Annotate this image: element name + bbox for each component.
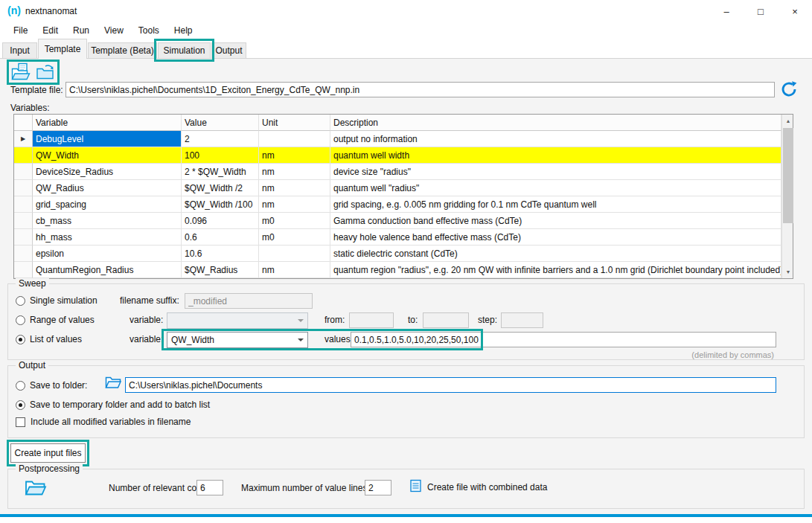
- cell-unit[interactable]: m0: [259, 229, 330, 246]
- save-to-folder-radio[interactable]: [16, 381, 25, 391]
- scroll-down-button[interactable]: ▼: [782, 266, 794, 278]
- open-template-button[interactable]: [10, 63, 31, 81]
- cell-variable[interactable]: QuantumRegion_Radius: [33, 262, 182, 278]
- cell-variable[interactable]: cb_mass: [33, 213, 182, 229]
- single-simulation-label[interactable]: Single simulation: [30, 295, 97, 306]
- tab-template[interactable]: Template: [38, 39, 87, 59]
- cell-value[interactable]: $QW_Width /2: [182, 180, 259, 196]
- column-header-variable[interactable]: Variable: [33, 115, 182, 131]
- cell-description[interactable]: device size "radius": [330, 164, 781, 180]
- cell-unit[interactable]: [259, 131, 330, 147]
- column-header-unit[interactable]: Unit: [259, 115, 330, 131]
- menu-view[interactable]: View: [97, 23, 131, 38]
- table-row: QW_Width 100 nm quantum well width: [14, 147, 781, 164]
- include-variables-label[interactable]: Include all modified variables in filena…: [31, 417, 191, 427]
- menu-tools[interactable]: Tools: [131, 23, 167, 38]
- scroll-up-icon: ▲: [786, 118, 791, 123]
- cell-variable[interactable]: QW_Radius: [33, 180, 182, 196]
- cell-value[interactable]: 0.6: [182, 229, 259, 246]
- cell-variable[interactable]: DeviceSize_Radius: [33, 164, 182, 180]
- cell-value[interactable]: 100: [182, 147, 259, 164]
- cell-variable[interactable]: QW_Width: [33, 147, 182, 164]
- cell-value[interactable]: 2 * $QW_Width: [182, 164, 259, 180]
- cell-variable[interactable]: DebugLevel: [33, 131, 182, 147]
- close-button[interactable]: ×: [778, 0, 812, 22]
- cell-unit[interactable]: nm: [259, 180, 330, 196]
- cell-description[interactable]: heavy hole valence band effective mass (…: [330, 229, 781, 246]
- menu-edit[interactable]: Edit: [35, 23, 65, 38]
- cell-unit[interactable]: m0: [259, 213, 330, 229]
- cell-description[interactable]: grid spacing, e.g. 0.005 nm gridding for…: [330, 196, 781, 213]
- list-variable-value: QW_Width: [171, 335, 214, 345]
- open-folder-icon: [11, 62, 31, 83]
- refresh-icon[interactable]: [780, 80, 798, 98]
- values-input[interactable]: [351, 332, 776, 347]
- relevant-column-input[interactable]: [196, 480, 223, 495]
- cell-unit[interactable]: nm: [259, 196, 330, 213]
- cell-value[interactable]: 2: [182, 131, 259, 147]
- cell-unit[interactable]: nm: [259, 147, 330, 164]
- maximize-icon: □: [758, 6, 764, 17]
- single-simulation-radio[interactable]: [16, 296, 25, 306]
- tab-output[interactable]: Output: [211, 42, 246, 58]
- cell-variable[interactable]: grid_spacing: [33, 196, 182, 213]
- variables-label: Variables:: [10, 103, 49, 113]
- cell-unit[interactable]: nm: [259, 262, 330, 278]
- list-variable-select[interactable]: QW_Width: [167, 332, 308, 348]
- save-to-folder-label[interactable]: Save to folder:: [30, 380, 87, 391]
- save-to-temp-radio[interactable]: [16, 400, 25, 410]
- template-file-label: Template file:: [10, 85, 63, 95]
- filename-suffix-input: [185, 293, 313, 309]
- cell-unit[interactable]: [259, 246, 330, 262]
- postprocessing-title: Postprocessing: [16, 463, 83, 474]
- cell-variable[interactable]: epsilon: [33, 246, 182, 262]
- tab-template-beta[interactable]: Template (Beta): [88, 42, 157, 58]
- browse-folder-icon[interactable]: [105, 375, 121, 391]
- cell-description[interactable]: quantum well width: [330, 147, 781, 164]
- range-of-values-radio[interactable]: [16, 315, 25, 325]
- menu-run[interactable]: Run: [65, 23, 97, 38]
- output-title: Output: [16, 360, 48, 370]
- save-to-temp-label[interactable]: Save to temporary folder and add to batc…: [30, 400, 210, 410]
- cell-description[interactable]: output no information: [330, 131, 781, 147]
- cell-value[interactable]: $QW_Radius: [182, 262, 259, 278]
- create-input-files-button[interactable]: Create input files: [10, 443, 86, 463]
- scrollbar-thumb[interactable]: [783, 128, 793, 223]
- template-file-input[interactable]: [65, 82, 775, 97]
- cell-unit[interactable]: nm: [259, 164, 330, 180]
- range-of-values-label[interactable]: Range of values: [30, 315, 95, 325]
- vertical-scrollbar[interactable]: ▲ ▼: [781, 115, 793, 278]
- cell-description[interactable]: quantum region "radius", e.g. 20 nm QW w…: [330, 262, 781, 278]
- cell-value[interactable]: $QW_Width /100: [182, 196, 259, 213]
- cell-value[interactable]: 10.6: [182, 246, 259, 262]
- menu-file[interactable]: File: [6, 23, 35, 38]
- cell-description[interactable]: static dielectric constant (CdTe): [330, 246, 781, 262]
- cell-description[interactable]: Gamma conduction band effective mass (Cd…: [330, 213, 781, 229]
- current-row-marker-icon: ▶: [21, 135, 25, 142]
- tab-simulation[interactable]: Simulation: [158, 42, 211, 58]
- window-controls: – □ ×: [709, 0, 812, 22]
- output-folder-input[interactable]: [125, 377, 776, 393]
- list-of-values-label[interactable]: List of values: [30, 334, 82, 344]
- list-of-values-radio[interactable]: [16, 335, 25, 344]
- table-row: QuantumRegion_Radius $QW_Radius nm quant…: [14, 262, 781, 278]
- combined-file-label: Create file with combined data: [427, 482, 547, 492]
- cell-description[interactable]: quantum well "radius": [330, 180, 781, 196]
- max-lines-label: Maximum number of value lines:: [241, 483, 370, 493]
- include-variables-checkbox[interactable]: [16, 417, 25, 427]
- scroll-up-button[interactable]: ▲: [782, 115, 794, 127]
- max-lines-input[interactable]: [365, 480, 391, 495]
- minimize-icon: –: [723, 6, 729, 17]
- cell-value[interactable]: 0.096: [182, 213, 259, 229]
- cell-variable[interactable]: hh_mass: [33, 229, 182, 246]
- minimize-button[interactable]: –: [709, 0, 744, 22]
- create-combined-file-button[interactable]: Create file with combined data: [410, 479, 547, 495]
- column-header-description[interactable]: Description: [330, 115, 781, 131]
- tab-input[interactable]: Input: [2, 42, 37, 58]
- menu-help[interactable]: Help: [167, 23, 200, 38]
- step-label: step:: [478, 315, 497, 325]
- load-template-button[interactable]: [35, 63, 56, 81]
- column-header-value[interactable]: Value: [182, 115, 259, 131]
- from-label: from:: [325, 315, 345, 325]
- maximize-button[interactable]: □: [744, 0, 778, 22]
